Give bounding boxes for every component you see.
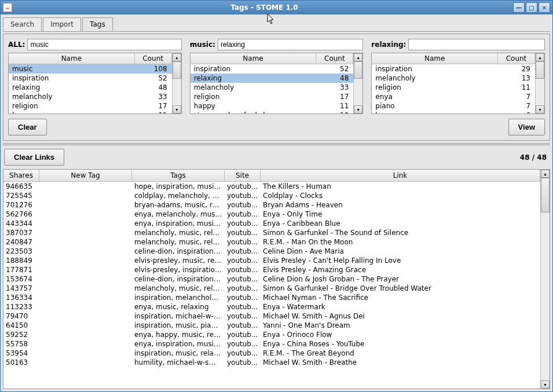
filter-input[interactable] [408, 39, 545, 50]
col-site[interactable]: Site [225, 170, 261, 181]
tags-panel: ALL:NameCountmusic108inspiration52relaxi… [3, 34, 550, 141]
col-name[interactable]: Name [191, 53, 317, 64]
tag-row[interactable]: melancholy33 [191, 83, 354, 92]
tag-row[interactable]: inspiration52 [9, 74, 172, 83]
tag-row[interactable]: religion11 [372, 83, 535, 92]
tag-row[interactable]: happy11 [191, 101, 354, 111]
tag-row[interactable]: religion17 [191, 92, 354, 101]
tag-row[interactable]: inspiration29 [372, 64, 535, 74]
tag-row[interactable]: inspiration52 [191, 64, 354, 74]
link-row[interactable]: 443344enya, inspiration, music,...youtub… [3, 219, 540, 228]
link-row[interactable]: 188849elvis-presley, music, rela...youtu… [3, 256, 540, 265]
link-row[interactable]: 562766enya, melancholy, music,...youtub.… [3, 210, 540, 219]
link-row[interactable]: 946635hope, inspiration, music,...youtub… [3, 182, 540, 191]
filter-column-1: music:NameCountinspiration52relaxing48me… [190, 39, 364, 114]
window-controls: — ▢ ✕ [513, 2, 550, 13]
clear-button[interactable]: Clear [8, 119, 47, 135]
close-button[interactable]: ✕ [539, 2, 550, 13]
links-body: 946635hope, inspiration, music,...youtub… [3, 182, 540, 389]
taglist-scrollbar[interactable]: ▴▾ [535, 53, 544, 113]
view-button[interactable]: View [508, 119, 545, 135]
col-count[interactable]: Count [135, 53, 172, 64]
link-row[interactable]: 725545coldplay, melancholy, mu...youtub.… [3, 191, 540, 200]
tabstrip: Search Import Tags [3, 17, 550, 32]
scroll-down-icon[interactable]: ▾ [536, 105, 544, 113]
link-row[interactable]: 240847melancholy, music, relaxi...youtub… [3, 237, 540, 247]
scroll-down-icon[interactable]: ▾ [541, 380, 550, 389]
scroll-down-icon[interactable]: ▾ [354, 105, 362, 113]
filter-column-0: ALL:NameCountmusic108inspiration52relaxi… [8, 39, 182, 114]
clear-links-button[interactable]: Clear Links [4, 149, 64, 166]
tag-row[interactable]: religion17 [9, 101, 172, 111]
links-scrollbar[interactable]: ▴ ▾ [540, 170, 550, 389]
filter-input[interactable] [27, 39, 181, 50]
link-row[interactable]: 701276bryan-adams, music, rela...youtub.… [3, 200, 540, 210]
tag-row[interactable]: hope6 [372, 111, 535, 113]
titlebar[interactable]: ☕ Tags - STOME 1.0 — ▢ ✕ [1, 1, 552, 14]
link-row[interactable]: 53954inspiration, music, relaxi...youtub… [3, 349, 540, 358]
taglist-scrollbar[interactable]: ▴▾ [172, 53, 181, 113]
taglist-scrollbar[interactable]: ▴▾ [353, 53, 362, 113]
filter-column-2: relaxing:NameCountinspiration29melanchol… [371, 39, 545, 114]
col-shares[interactable]: Shares [3, 170, 39, 181]
scroll-up-icon[interactable]: ▴ [536, 53, 544, 61]
maximize-button[interactable]: ▢ [526, 2, 537, 13]
window-title: Tags - STOME 1.0 [16, 3, 513, 12]
scroll-up-icon[interactable]: ▴ [354, 53, 362, 61]
app-window: ☕ Tags - STOME 1.0 — ▢ ✕ Search Import T… [0, 0, 553, 392]
links-header: Clear Links 48 / 48 [3, 148, 550, 167]
tag-row[interactable]: enya7 [372, 92, 535, 101]
link-row[interactable]: 223503celine-dion, inspiration, ...youtu… [3, 247, 540, 256]
tag-row[interactable]: piano7 [372, 101, 535, 111]
split-divider[interactable] [3, 143, 550, 145]
filters-row: ALL:NameCountmusic108inspiration52relaxi… [8, 39, 545, 114]
link-row[interactable]: 50163humility, michael-w-smith...youtub.… [3, 358, 540, 367]
tag-row[interactable]: relaxing48 [9, 83, 172, 92]
link-row[interactable]: 387037melancholy, music, relaxi...youtub… [3, 228, 540, 237]
link-row[interactable]: 113233enya, music, relaxingyoutub...Enya… [3, 302, 540, 312]
links-count: 48 / 48 [520, 153, 547, 162]
tab-import[interactable]: Import [43, 17, 81, 31]
link-row[interactable]: 59252enya, happy, music, rela...youtub..… [3, 330, 540, 339]
col-count[interactable]: Count [316, 53, 353, 64]
col-name[interactable]: Name [9, 53, 135, 64]
content-area: Search Import Tags ALL:NameCountmusic108… [1, 14, 552, 391]
col-tags[interactable]: Tags [132, 170, 225, 181]
link-row[interactable]: 79470inspiration, michael-w-sm...youtub.… [3, 312, 540, 321]
tag-row[interactable]: relaxing48 [191, 74, 354, 83]
col-name[interactable]: Name [372, 53, 498, 64]
links-table: Shares New Tag Tags Site Link 946635hope… [3, 169, 550, 389]
link-row[interactable]: 143757melancholy, music, relaxi...youtub… [3, 284, 540, 293]
col-link[interactable]: Link [261, 170, 540, 181]
scroll-up-icon[interactable]: ▴ [173, 53, 181, 61]
link-row[interactable]: 153674celine-dion, inspiration, j...yout… [3, 274, 540, 284]
link-row[interactable]: 136334inspiration, melancholy, ...youtub… [3, 293, 540, 302]
tab-search[interactable]: Search [3, 17, 42, 31]
minimize-button[interactable]: — [513, 2, 525, 13]
link-row[interactable]: 55758enya, inspiration, music, ...youtub… [3, 339, 540, 349]
link-row[interactable]: 177871elvis-presley, inspiration,...yout… [3, 265, 540, 274]
scroll-down-icon[interactable]: ▾ [173, 105, 181, 113]
col-newtag[interactable]: New Tag [39, 170, 132, 181]
filter-input[interactable] [218, 39, 363, 50]
app-icon: ☕ [3, 3, 12, 12]
filter-label: music: [190, 41, 215, 49]
tag-row[interactable]: melancholy33 [9, 92, 172, 101]
scroll-up-icon[interactable]: ▴ [541, 170, 550, 178]
link-row[interactable]: 64150inspiration, music, piano,...youtub… [3, 321, 540, 330]
tag-row[interactable]: simon and garfunkel10 [191, 111, 354, 113]
filter-label: relaxing: [371, 41, 406, 49]
tag-row[interactable]: melancholy13 [372, 74, 535, 83]
col-count[interactable]: Count [498, 53, 535, 64]
panel-buttons: Clear View [8, 119, 545, 135]
tab-tags[interactable]: Tags [82, 17, 113, 31]
links-columns: Shares New Tag Tags Site Link [3, 170, 540, 182]
tag-row[interactable]: music108 [9, 64, 172, 74]
tag-row[interactable]: happy11 [9, 111, 172, 113]
filter-label: ALL: [8, 41, 25, 49]
